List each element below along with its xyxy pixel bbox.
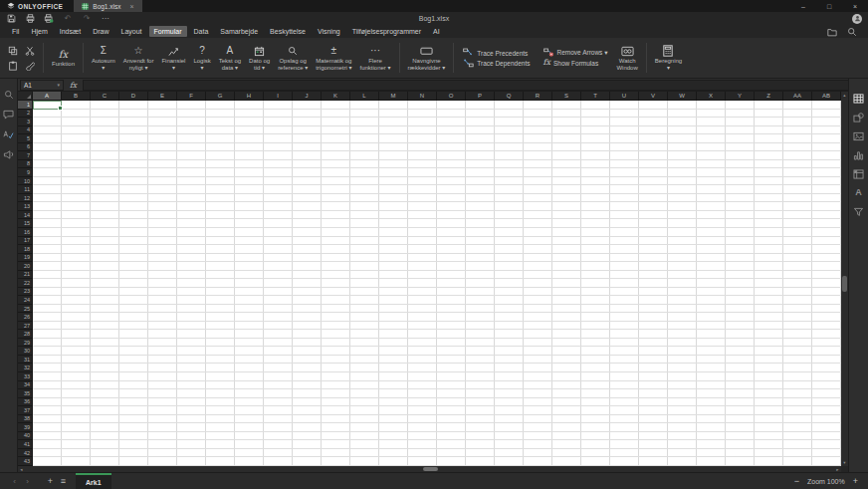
row-header-39[interactable]: 39: [18, 423, 33, 432]
column-header-t[interactable]: T: [581, 92, 610, 101]
sheet-row[interactable]: [33, 202, 841, 211]
ribbon-button-trace-dependents[interactable]: Trace Dependents: [463, 58, 530, 68]
cells-area[interactable]: [33, 101, 841, 466]
row-header-24[interactable]: 24: [18, 296, 33, 305]
column-header-o[interactable]: O: [437, 92, 466, 101]
row-header-32[interactable]: 32: [18, 364, 33, 372]
row-header-13[interactable]: 13: [18, 202, 33, 211]
column-header-f[interactable]: F: [177, 92, 206, 101]
row-header-42[interactable]: 42: [18, 449, 33, 458]
sheet-row[interactable]: [33, 151, 841, 160]
user-avatar[interactable]: [852, 14, 862, 24]
ribbon-button-insert-function[interactable]: fx Funktion: [48, 41, 79, 75]
cut-button[interactable]: [23, 44, 36, 57]
column-header-z[interactable]: Z: [755, 92, 783, 101]
row-header-9[interactable]: 9: [18, 168, 33, 177]
zoom-in-button[interactable]: +: [853, 476, 858, 486]
row-header-26[interactable]: 26: [18, 313, 33, 322]
sheet-row[interactable]: [33, 296, 841, 305]
row-header-17[interactable]: 17: [18, 237, 33, 246]
row-header-23[interactable]: 23: [18, 288, 33, 297]
menu-tab-visning[interactable]: Visning: [313, 26, 345, 37]
sheet-row[interactable]: [33, 322, 841, 331]
row-header-15[interactable]: 15: [18, 219, 33, 228]
scroll-up-icon[interactable]: ▴: [841, 92, 848, 99]
row-header-10[interactable]: 10: [18, 177, 33, 186]
column-header-x[interactable]: X: [697, 92, 726, 101]
row-header-30[interactable]: 30: [18, 347, 33, 356]
right-panel-cell-settings-button[interactable]: [853, 93, 865, 104]
document-tab-close-icon[interactable]: ×: [129, 3, 133, 10]
menu-tab-fil[interactable]: Fil: [7, 26, 24, 37]
left-panel-spellcheck-button[interactable]: [3, 128, 15, 139]
row-header-27[interactable]: 27: [18, 322, 33, 331]
row-header-33[interactable]: 33: [18, 372, 33, 381]
sheet-row[interactable]: [33, 432, 841, 441]
row-header-38[interactable]: 38: [18, 415, 33, 424]
sheet-row[interactable]: [33, 339, 841, 348]
sheet-row[interactable]: [33, 440, 841, 449]
sheet-row[interactable]: [33, 118, 841, 126]
add-sheet-button[interactable]: +: [44, 476, 57, 486]
ribbon-button-text-data[interactable]: ATekst ogdata ▾: [215, 41, 245, 75]
close-button[interactable]: ×: [842, 0, 868, 12]
ribbon-button-show-formulas[interactable]: fxShow Formulas: [543, 58, 608, 68]
row-header-3[interactable]: 3: [18, 118, 33, 126]
menu-tab-draw[interactable]: Draw: [88, 26, 113, 37]
row-header-37[interactable]: 37: [18, 406, 33, 415]
row-header-40[interactable]: 40: [18, 432, 33, 441]
ribbon-button-named-ranges[interactable]: Navngivne rækkevidder ▾: [404, 41, 450, 75]
menu-tab-indsæt[interactable]: Indsæt: [55, 26, 86, 37]
row-header-5[interactable]: 5: [18, 134, 33, 143]
paste-button[interactable]: [6, 59, 19, 72]
right-panel-image-settings-button[interactable]: [853, 130, 865, 141]
row-header-21[interactable]: 21: [18, 271, 33, 280]
left-panel-feedback-button[interactable]: [3, 148, 15, 159]
row-header-34[interactable]: 34: [18, 381, 33, 390]
column-header-d[interactable]: D: [119, 92, 148, 101]
sheet-row[interactable]: [33, 364, 841, 372]
sheet-row[interactable]: [33, 457, 841, 466]
sheet-row[interactable]: [33, 288, 841, 297]
sheet-row[interactable]: [33, 279, 841, 288]
row-header-22[interactable]: 22: [18, 279, 33, 288]
column-header-c[interactable]: C: [91, 92, 119, 101]
menu-tab-samarbejde[interactable]: Samarbejde: [215, 26, 263, 37]
ribbon-button-more-functions[interactable]: ···Flerefunktioner ▾: [356, 41, 395, 75]
row-header-19[interactable]: 19: [18, 254, 33, 263]
sheet-row[interactable]: [33, 449, 841, 458]
sheet-row[interactable]: [33, 245, 841, 254]
formula-input[interactable]: [83, 80, 855, 91]
column-header-y[interactable]: Y: [726, 92, 755, 101]
row-header-41[interactable]: 41: [18, 440, 33, 449]
select-all-corner[interactable]: [18, 92, 33, 101]
row-header-25[interactable]: 25: [18, 305, 33, 314]
column-header-aa[interactable]: AA: [783, 92, 812, 101]
sheet-row[interactable]: [33, 101, 841, 110]
sheet-list-button[interactable]: ≡: [57, 476, 70, 486]
sheet-row[interactable]: [33, 237, 841, 246]
prev-sheet-button[interactable]: ‹: [8, 477, 21, 486]
quick-print-button[interactable]: [44, 13, 54, 24]
row-header-20[interactable]: 20: [18, 262, 33, 271]
sheet-row[interactable]: [33, 372, 841, 381]
right-panel-slicer-settings-button[interactable]: [853, 206, 865, 217]
ribbon-button-recently-used[interactable]: ☆Anvendt fornyligt ▾: [119, 41, 158, 75]
row-header-6[interactable]: 6: [18, 143, 33, 152]
ribbon-button-watch-window[interactable]: Watch Window: [612, 41, 641, 75]
next-sheet-button[interactable]: ›: [21, 477, 34, 486]
sheet-row[interactable]: [33, 228, 841, 237]
print-button[interactable]: [25, 13, 35, 24]
column-header-s[interactable]: S: [552, 92, 581, 101]
sheet-row[interactable]: [33, 330, 841, 339]
left-panel-search-button[interactable]: [3, 89, 15, 100]
sheet-row[interactable]: [33, 177, 841, 186]
undo-button[interactable]: ↶: [63, 13, 73, 24]
column-header-e[interactable]: E: [148, 92, 177, 101]
menu-tab-beskyttelse[interactable]: Beskyttelse: [265, 26, 311, 37]
column-header-ab[interactable]: AB: [812, 92, 841, 101]
column-header-l[interactable]: L: [350, 92, 379, 101]
insert-function-fx-button[interactable]: fx: [64, 81, 83, 90]
menu-tab-formular[interactable]: Formular: [149, 26, 187, 37]
column-header-k[interactable]: K: [322, 92, 350, 101]
